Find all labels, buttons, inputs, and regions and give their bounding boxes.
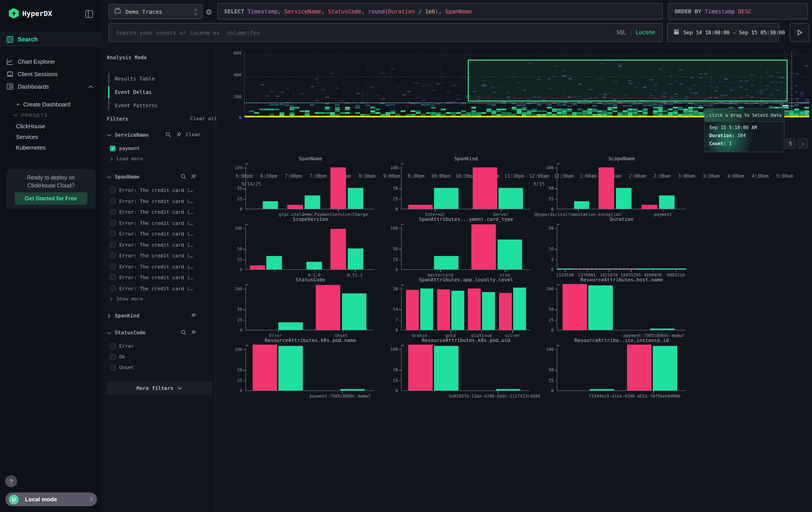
clear-all-button[interactable]: Clear all	[190, 116, 217, 122]
pin-icon[interactable]	[190, 173, 196, 180]
lucene-toggle[interactable]: Lucene	[636, 29, 655, 36]
more-filters-button[interactable]: More filters	[107, 381, 212, 395]
chevron-down-icon[interactable]	[107, 134, 112, 137]
sql-toggle[interactable]: SQL	[616, 29, 626, 36]
spanname-filter-item[interactable]: Error: The credit card (…	[119, 231, 193, 237]
outlier-bar[interactable]	[316, 285, 340, 330]
spanname-checkbox[interactable]	[110, 242, 116, 247]
get-started-button[interactable]: Get Started for Free	[15, 192, 87, 205]
spanname-filter-item[interactable]: Error: The credit card (…	[119, 187, 193, 193]
search-input[interactable]: Search your events w/ Lucene ex. column:…	[109, 23, 663, 42]
select-query-box[interactable]: SELECT Timestamp, ServiceName, StatusCod…	[218, 3, 663, 20]
inlier-bar[interactable]	[278, 322, 302, 330]
spanname-filter-item[interactable]: Error: The credit card (…	[119, 286, 193, 291]
clear-servicename-button[interactable]: Clear	[186, 132, 201, 138]
spanname-checkbox[interactable]	[110, 220, 116, 225]
outlier-bar[interactable]	[408, 205, 432, 209]
payment-label[interactable]: payment	[119, 145, 140, 152]
mode-event-deltas[interactable]: Event Deltas	[115, 89, 152, 95]
inlier-bar[interactable]	[616, 188, 632, 209]
inlier-bar[interactable]	[588, 286, 613, 330]
sidebar-item-kubernetes[interactable]: Kubernetes	[16, 144, 46, 151]
outlier-bar[interactable]	[471, 224, 496, 269]
source-select[interactable]: Demo Traces	[109, 4, 202, 19]
outlier-bar[interactable]	[562, 284, 587, 330]
inlier-bar[interactable]	[307, 262, 322, 269]
spanname-filter-item[interactable]: Error: The credit card (…	[119, 253, 193, 259]
inlier-bar[interactable]	[434, 346, 458, 390]
load-more-button[interactable]: Load more	[117, 156, 143, 162]
inlier-bar[interactable]	[267, 256, 282, 269]
chevron-down-icon[interactable]	[107, 176, 112, 179]
spanname-checkbox[interactable]	[110, 187, 116, 193]
spanname-checkbox[interactable]	[110, 252, 116, 258]
filter-group-statuscode[interactable]: StatusCode	[115, 329, 146, 336]
selection-rectangle[interactable]	[468, 60, 787, 102]
outlier-bar[interactable]	[627, 345, 651, 390]
outlier-bar[interactable]	[330, 167, 346, 209]
outlier-bar[interactable]	[499, 293, 512, 330]
outlier-bar[interactable]	[472, 167, 497, 209]
order-by-box[interactable]: ORDER BY Timestamp DESC	[668, 3, 808, 20]
outlier-bar[interactable]	[599, 167, 614, 209]
outlier-bar[interactable]	[468, 289, 481, 330]
statuscode-error-label[interactable]: Error	[119, 343, 134, 349]
spanname-filter-item[interactable]: Error: The credit card (…	[119, 209, 193, 215]
inlier-bar[interactable]	[451, 291, 464, 330]
spanname-checkbox[interactable]	[110, 285, 116, 291]
query-language-toggle[interactable]: SQL | Lucene	[616, 29, 655, 36]
inlier-bar[interactable]	[420, 289, 433, 330]
sidebar-item-chart-explorer[interactable]: Chart Explorer	[0, 55, 102, 68]
outlier-bar[interactable]	[252, 345, 277, 390]
sidebar-collapse-icon[interactable]	[85, 10, 93, 20]
statuscode-ok-label[interactable]: Ok	[119, 354, 125, 360]
sidebar-item-services[interactable]: Services	[16, 134, 38, 140]
spanname-filter-item[interactable]: Error: The credit card (…	[119, 242, 193, 248]
spanname-checkbox[interactable]	[110, 209, 116, 215]
ok-checkbox[interactable]	[110, 354, 116, 360]
filter-group-servicename[interactable]: ServiceName	[115, 132, 148, 138]
inlier-bar[interactable]	[513, 288, 526, 330]
outlier-bar[interactable]	[287, 205, 303, 209]
sidebar-item-search[interactable]: Search	[0, 32, 102, 46]
mode-event-patterns[interactable]: Event Patterns	[115, 102, 158, 109]
unset-checkbox[interactable]	[110, 365, 116, 371]
search-icon[interactable]	[180, 173, 186, 180]
chevron-right-icon[interactable]	[107, 314, 111, 318]
sidebar-item-client-sessions[interactable]: Client Sessions	[0, 68, 102, 80]
inlier-bar[interactable]	[304, 195, 320, 209]
inlier-bar[interactable]	[482, 292, 495, 330]
spanname-filter-item[interactable]: Error: The credit card (…	[119, 198, 193, 204]
create-dashboard-button[interactable]: + Create Dashboard	[16, 101, 70, 108]
spanname-filter-item[interactable]: Error: The credit card (…	[119, 264, 193, 270]
spanname-checkbox[interactable]	[110, 198, 116, 204]
inlier-bar[interactable]	[348, 188, 363, 209]
statuscode-unset-label[interactable]: Unset	[119, 365, 134, 371]
filter-group-spanname[interactable]: SpanName	[115, 173, 139, 180]
inlier-bar[interactable]	[574, 201, 589, 209]
outlier-bar[interactable]	[330, 228, 346, 269]
mode-results-table[interactable]: Results Table	[115, 76, 155, 82]
gear-icon[interactable]: ⚙	[205, 7, 212, 17]
inlier-bar[interactable]	[340, 389, 365, 390]
inlier-bar[interactable]	[434, 256, 458, 269]
spanname-checkbox[interactable]	[110, 263, 116, 269]
inlier-bar[interactable]	[498, 240, 522, 269]
page-number-button[interactable]: 5	[785, 138, 795, 149]
inlier-bar[interactable]	[342, 293, 367, 330]
time-range-picker[interactable]: Sep 14 18:00:00 - Sep 15 05:30:00	[667, 23, 779, 42]
sidebar-item-clickhouse[interactable]: ClickHouse	[16, 123, 46, 130]
inlier-bar[interactable]	[652, 346, 677, 390]
inlier-bar[interactable]	[650, 329, 675, 330]
chevron-down-icon[interactable]	[107, 331, 112, 335]
inlier-bar[interactable]	[348, 249, 363, 269]
inlier-bar[interactable]	[263, 201, 278, 209]
search-icon[interactable]	[180, 329, 186, 335]
payment-checkbox[interactable]: ✓	[110, 145, 116, 152]
spanname-checkbox[interactable]	[110, 274, 116, 280]
drag-handle[interactable]	[782, 105, 788, 106]
inlier-bar[interactable]	[278, 346, 302, 390]
search-icon[interactable]	[166, 132, 171, 138]
spanname-checkbox[interactable]	[110, 231, 116, 236]
inlier-bar[interactable]	[496, 389, 520, 390]
